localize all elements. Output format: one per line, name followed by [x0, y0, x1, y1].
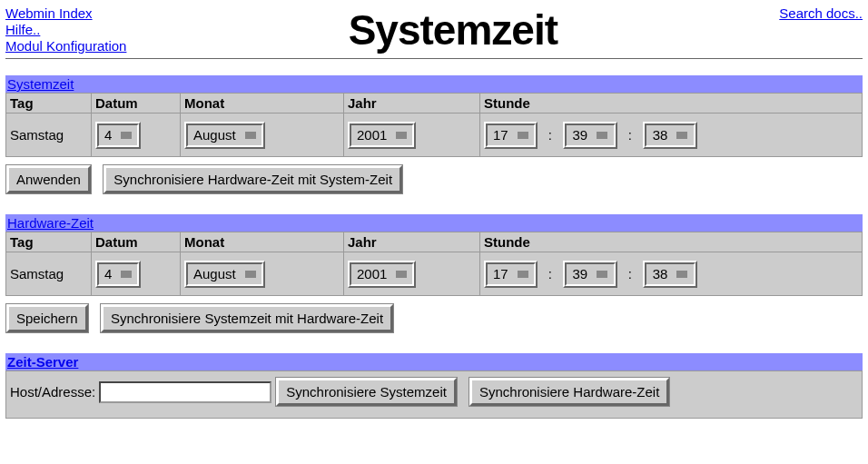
dropdown-icon [518, 271, 528, 278]
header-center: Systemzeit [126, 5, 779, 54]
sync-system-time-button[interactable]: Synchronisiere Systemzeit [276, 378, 457, 406]
dropdown-icon [597, 132, 607, 139]
system-time-table: Tag Datum Monat Jahr Stunde Samstag 4 Au… [5, 93, 863, 157]
system-date-value: 4 [104, 127, 112, 143]
hardware-time-title-link[interactable]: Hardware-Zeit [7, 215, 94, 231]
th-year: Jahr [344, 232, 480, 252]
system-minute-select[interactable]: 39 [565, 123, 616, 147]
dropdown-icon [676, 132, 687, 139]
dropdown-icon [245, 132, 256, 139]
sync-sys-with-hw-button[interactable]: Synchronisiere Systemzeit mit Hardware-Z… [101, 304, 393, 332]
hardware-time-title-bar: Hardware-Zeit [5, 214, 863, 232]
time-separator: : [625, 266, 636, 281]
header-links-right: Search docs.. [779, 5, 863, 21]
time-server-section: Zeit-Server Host/Adresse: Synchronisiere… [5, 353, 863, 419]
system-time-section: Systemzeit Tag Datum Monat Jahr Stunde S… [5, 75, 863, 194]
th-date: Datum [92, 94, 181, 114]
th-day: Tag [6, 232, 92, 252]
dropdown-icon [245, 271, 256, 278]
hardware-minute-select[interactable]: 39 [565, 262, 616, 286]
hardware-time-table: Tag Datum Monat Jahr Stunde Samstag 4 Au… [5, 232, 863, 296]
header-divider [5, 58, 863, 59]
hardware-second-select[interactable]: 38 [645, 262, 695, 286]
time-separator: : [545, 266, 556, 281]
hardware-minute-value: 39 [573, 266, 588, 281]
system-month-select[interactable]: August [186, 123, 263, 147]
system-time-title-link[interactable]: Systemzeit [7, 76, 74, 92]
apply-system-time-button[interactable]: Anwenden [6, 165, 91, 193]
system-hour-value: 17 [493, 127, 508, 143]
th-month: Monat [181, 232, 344, 252]
th-month: Monat [181, 94, 344, 114]
time-separator: : [545, 127, 556, 143]
system-year-select[interactable]: 2001 [350, 123, 414, 147]
save-hardware-time-button[interactable]: Speichern [6, 304, 88, 332]
hardware-hour-select[interactable]: 17 [486, 262, 536, 286]
link-help[interactable]: Hilfe.. [5, 22, 126, 38]
hardware-day-cell: Samstag [6, 252, 92, 296]
host-address-label: Host/Adresse: [10, 384, 95, 400]
sync-hw-with-sys-button[interactable]: Synchronisiere Hardware-Zeit mit System-… [104, 165, 402, 193]
page-header: Webmin Index Hilfe.. Modul Konfiguration… [5, 5, 863, 54]
system-year-value: 2001 [357, 127, 387, 143]
system-second-value: 38 [653, 127, 668, 143]
link-module-config[interactable]: Modul Konfiguration [5, 38, 126, 54]
hardware-month-value: August [193, 266, 236, 281]
header-links-left: Webmin Index Hilfe.. Modul Konfiguration [5, 5, 126, 54]
dropdown-icon [597, 271, 607, 278]
hardware-date-select[interactable]: 4 [97, 262, 139, 286]
time-server-title-link[interactable]: Zeit-Server [7, 354, 78, 370]
hardware-hour-value: 17 [493, 266, 508, 281]
dropdown-icon [396, 132, 407, 139]
hardware-month-select[interactable]: August [186, 262, 263, 286]
hardware-date-value: 4 [104, 266, 112, 281]
dropdown-icon [676, 271, 687, 278]
dropdown-icon [518, 132, 528, 139]
th-date: Datum [92, 232, 181, 252]
time-server-title-bar: Zeit-Server [5, 353, 863, 370]
hardware-year-select[interactable]: 2001 [350, 262, 414, 286]
host-address-input[interactable] [99, 381, 271, 403]
dropdown-icon [396, 271, 407, 278]
th-hour: Stunde [480, 94, 863, 114]
system-day-cell: Samstag [6, 114, 92, 157]
dropdown-icon [121, 132, 132, 139]
th-day: Tag [6, 94, 92, 114]
link-search-docs[interactable]: Search docs.. [779, 5, 863, 21]
page-title: Systemzeit [126, 5, 779, 54]
th-hour: Stunde [480, 232, 863, 252]
th-year: Jahr [344, 94, 480, 114]
dropdown-icon [121, 271, 132, 278]
system-month-value: August [193, 127, 236, 143]
hardware-second-value: 38 [653, 266, 668, 281]
system-hour-select[interactable]: 17 [486, 123, 536, 147]
time-separator: : [625, 127, 636, 143]
hardware-time-section: Hardware-Zeit Tag Datum Monat Jahr Stund… [5, 214, 863, 333]
link-webmin-index[interactable]: Webmin Index [5, 5, 126, 22]
system-minute-value: 39 [573, 127, 588, 143]
system-date-select[interactable]: 4 [97, 123, 139, 147]
sync-hardware-time-button[interactable]: Synchronisiere Hardware-Zeit [469, 378, 669, 406]
hardware-year-value: 2001 [357, 266, 387, 281]
system-second-select[interactable]: 38 [645, 123, 695, 147]
system-time-title-bar: Systemzeit [5, 75, 863, 93]
